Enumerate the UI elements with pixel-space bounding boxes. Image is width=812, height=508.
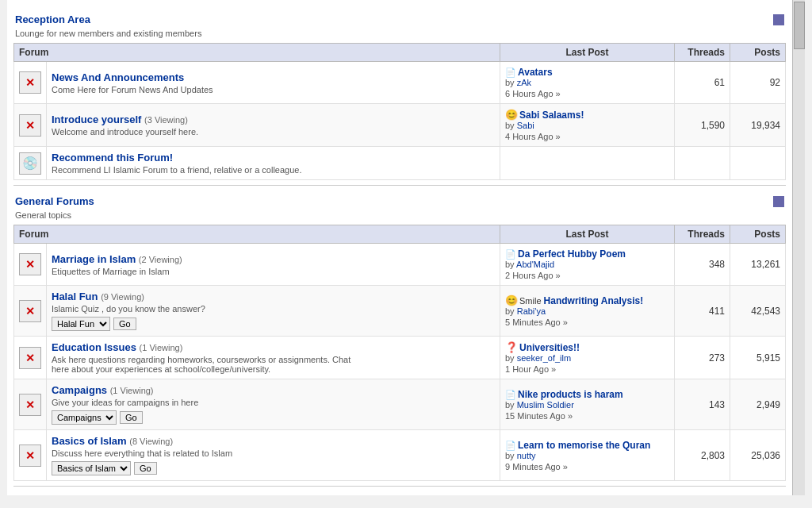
col-threads: Threads <box>675 44 730 62</box>
forum-icon-cell: 💿 <box>14 147 47 180</box>
go-button[interactable]: Go <box>120 411 143 424</box>
last-post-link[interactable]: Avatars <box>518 67 553 78</box>
col-posts: Posts <box>730 225 786 244</box>
post-type-icon: 📄 <box>505 441 516 451</box>
col-forum: Forum <box>14 44 500 62</box>
forum-table-reception: Forum Last Post Threads Posts ✕News And … <box>13 43 786 180</box>
last-post-link[interactable]: Learn to memorise the Quran <box>518 440 650 451</box>
posts-count: 13,261 <box>730 244 786 286</box>
go-button[interactable]: Go <box>134 462 157 475</box>
forum-name-cell: Introduce yourself (3 Viewing)Welcome an… <box>47 104 500 147</box>
forum-name-link[interactable]: Campaigns <box>52 384 107 396</box>
subforum-select[interactable]: Basics of Islam <box>52 461 131 475</box>
threads-count: 143 <box>675 379 730 430</box>
last-post-author-link[interactable]: Rabi'ya <box>517 306 546 316</box>
forum-icon-cell: ✕ <box>14 62 47 104</box>
posts-count: 5,915 <box>730 337 786 379</box>
last-post-title-row: ❓Universities!! <box>505 341 669 353</box>
last-post-cell: 📄Da Perfect Hubby Poemby Abd'Majid2 Hour… <box>500 244 675 286</box>
forum-status-icon: ✕ <box>19 444 41 467</box>
last-post-link[interactable]: Universities!! <box>519 342 580 353</box>
last-post-by: by Rabi'ya <box>505 306 669 316</box>
last-post-author-link[interactable]: Abd'Majid <box>516 260 554 269</box>
last-post-title-row: 😊Sabi Salaams! <box>505 109 669 121</box>
forum-description: Etiquettes of Marriage in Islam <box>52 267 495 276</box>
last-post-link[interactable]: Nike products is haram <box>518 389 623 400</box>
last-post-author-link[interactable]: seeker_of_ilm <box>517 353 571 363</box>
viewing-count: (2 Viewing) <box>139 255 182 264</box>
table-row: ✕Marriage in Islam (2 Viewing)Etiquettes… <box>14 244 786 286</box>
posts-count: 25,036 <box>730 430 786 481</box>
last-post-title-row: 📄Learn to memorise the Quran <box>505 440 669 451</box>
forum-name-link[interactable]: Basics of Islam <box>52 435 127 447</box>
forum-status-icon: ✕ <box>19 394 41 416</box>
forum-name-link[interactable]: Halal Fun <box>52 291 98 302</box>
forum-description: Ask here questions regarding homeworks, … <box>52 355 353 374</box>
threads-count <box>675 147 730 180</box>
forum-icon-cell: ✕ <box>14 104 47 147</box>
forum-name-cell: Recommend this Forum!Recommend LI Islami… <box>47 147 500 180</box>
col-posts: Posts <box>730 44 786 62</box>
forum-status-icon: ✕ <box>19 71 41 94</box>
forum-status-icon: 💿 <box>19 152 41 175</box>
table-row: ✕Education Issues (1 Viewing)Ask here qu… <box>14 337 786 379</box>
subforum-select[interactable]: Campaigns <box>52 410 117 425</box>
section-collapse-icon[interactable] <box>773 196 784 207</box>
forum-name-link[interactable]: Marriage in Islam <box>52 253 136 265</box>
forum-name-cell: News And AnnouncementsCome Here for Foru… <box>47 62 500 104</box>
last-post-author-link[interactable]: Muslim Soldier <box>517 400 574 410</box>
last-post-cell <box>500 147 675 180</box>
subforum-select[interactable]: Halal Fun <box>52 317 110 331</box>
last-post-by: by seeker_of_ilm <box>505 353 669 363</box>
forum-icon-cell: ✕ <box>14 379 47 430</box>
last-post-link[interactable]: Handwriting Analysis! <box>544 295 644 306</box>
forum-status-icon: ✕ <box>19 253 41 275</box>
section-title-general[interactable]: General Forums <box>15 195 94 207</box>
last-post-title-row: 📄Da Perfect Hubby Poem <box>505 248 669 260</box>
post-type-icon: ❓ <box>505 341 518 353</box>
forum-name-link[interactable]: Introduce yourself <box>52 114 141 125</box>
forum-description: Welcome and introduce yourself here. <box>52 127 495 137</box>
last-post-time: 1 Hour Ago » <box>505 364 669 374</box>
table-row: ✕Introduce yourself (3 Viewing)Welcome a… <box>14 104 786 147</box>
last-post-author-link[interactable]: zAk <box>517 78 531 87</box>
last-post-title-row: 📄Avatars <box>505 67 669 78</box>
table-row: ✕Campaigns (1 Viewing)Give your ideas fo… <box>14 379 786 430</box>
forum-sub-select[interactable]: Campaigns Go <box>52 410 495 425</box>
last-post-cell: 📄Nike products is haramby Muslim Soldier… <box>500 379 675 430</box>
scrollbar-thumb[interactable] <box>794 2 805 49</box>
last-post-cell: 📄Learn to memorise the Quranby nutty9 Mi… <box>500 430 675 481</box>
last-post-author-link[interactable]: nutty <box>517 451 536 460</box>
last-post-title-row: 😊Smile Handwriting Analysis! <box>505 294 669 306</box>
table-header-row: Forum Last Post Threads Posts <box>14 44 786 62</box>
forum-sub-select[interactable]: Basics of Islam Go <box>52 461 495 475</box>
forum-status-icon: ✕ <box>19 300 41 322</box>
forum-name-link[interactable]: News And Announcements <box>52 71 184 83</box>
last-post-link[interactable]: Sabi Salaams! <box>519 110 584 121</box>
col-threads: Threads <box>675 225 730 244</box>
forum-name-link[interactable]: Recommend this Forum! <box>52 152 173 164</box>
forum-name-link[interactable]: Education Issues <box>52 341 136 353</box>
section-collapse-icon[interactable] <box>773 14 784 25</box>
viewing-count: (8 Viewing) <box>129 437 173 446</box>
forum-name-cell: Education Issues (1 Viewing)Ask here que… <box>47 337 500 379</box>
last-post-time: 15 Minutes Ago » <box>505 411 669 421</box>
post-type-icon: 📄 <box>505 67 516 78</box>
table-header-row: Forum Last Post Threads Posts <box>14 225 786 244</box>
go-button[interactable]: Go <box>113 318 136 330</box>
last-post-link[interactable]: Da Perfect Hubby Poem <box>518 248 626 260</box>
last-post-title-row: 📄Nike products is haram <box>505 389 669 400</box>
section-header-general: General Forums <box>13 192 786 210</box>
post-type-icon: 📄 <box>505 249 516 260</box>
section-divider <box>13 486 786 487</box>
forum-status-icon: ✕ <box>19 347 41 369</box>
last-post-time: 9 Minutes Ago » <box>505 462 669 471</box>
last-post-author-link[interactable]: Sabi <box>517 121 534 130</box>
forum-sub-select[interactable]: Halal Fun Go <box>52 317 495 331</box>
last-post-cell: 😊Smile Handwriting Analysis!by Rabi'ya5 … <box>500 286 675 337</box>
table-row: ✕Basics of Islam (8 Viewing)Discuss here… <box>14 430 786 481</box>
scrollbar[interactable] <box>792 0 805 495</box>
section-title-reception[interactable]: Reception Area <box>15 13 90 25</box>
threads-count: 348 <box>675 244 730 286</box>
posts-count: 2,949 <box>730 379 786 430</box>
